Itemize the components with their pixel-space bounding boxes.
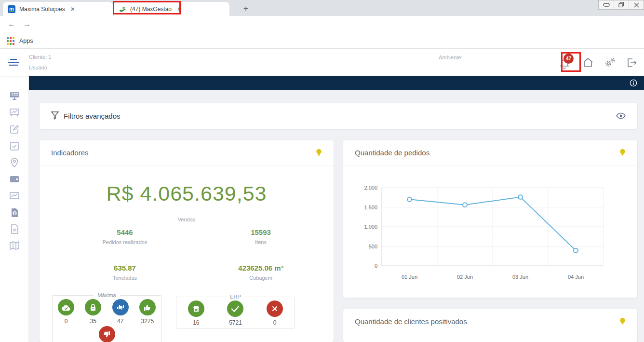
logout-icon[interactable]	[626, 57, 637, 68]
indicadores-card: Indicadores R$ 4.065.639,53 Vendas 5446 …	[40, 140, 334, 342]
maxima-thumbs-stat: 47	[109, 299, 132, 325]
positivados-header: Quantidade de clientes positivados	[343, 309, 637, 334]
svg-text:1.000: 1.000	[364, 224, 377, 230]
stat-count: 3275	[141, 318, 154, 325]
nav-panel-icon[interactable]	[9, 91, 20, 101]
positivados-title: Quantidade de clientes positivados	[355, 317, 619, 326]
x-icon	[267, 301, 283, 317]
stat-count: 5721	[229, 319, 242, 326]
tab-close-icon[interactable]: ✕	[175, 6, 183, 13]
svg-text:1.500: 1.500	[364, 205, 377, 210]
forward-icon[interactable]: →	[23, 20, 31, 28]
nav-map-icon[interactable]	[9, 240, 20, 251]
lightbulb-icon[interactable]	[316, 149, 322, 157]
svg-text:02 Jun: 02 Jun	[457, 274, 473, 280]
erp-legend: ERP	[226, 294, 245, 300]
clientes-positivados-card: Quantidade de clientes positivados	[343, 309, 637, 342]
svg-text:500: 500	[369, 244, 377, 249]
stat-count: 0	[65, 318, 68, 325]
browser-toolbar: ← → maxgestao.solucoesmaxima.com.br/#/pa…	[0, 16, 644, 33]
tab-title: Maxima Soluções	[19, 6, 65, 13]
apps-grid-icon[interactable]	[7, 37, 14, 45]
erp-check-stat: 5721	[224, 301, 247, 326]
indicadores-header: Indicadores	[40, 140, 334, 165]
lightbulb-icon[interactable]	[619, 317, 626, 326]
indicadores-title: Indicadores	[51, 149, 316, 157]
browser-tab-strip: m Maxima Soluções ✕ (47) MaxGestão ✕ +	[0, 0, 644, 16]
nav-edit-icon[interactable]	[9, 124, 20, 135]
app-header	[0, 49, 644, 76]
vendas-label: Vendas	[40, 217, 334, 222]
nav-presentation-icon[interactable]	[9, 107, 20, 118]
vendas-total: R$ 4.065.639,53	[40, 182, 334, 205]
svg-text:01 Jun: 01 Jun	[402, 274, 417, 280]
nav-checkbox-icon[interactable]	[9, 141, 20, 151]
maxima-cloud-stat: 0	[54, 299, 78, 325]
lightbulb-icon[interactable]	[619, 149, 626, 157]
eye-icon[interactable]	[616, 112, 626, 119]
stat-value: 15593	[208, 228, 314, 236]
thumb-up-icon	[139, 299, 156, 315]
stat-count: 35	[90, 318, 96, 325]
settings-gears-icon[interactable]	[604, 57, 616, 68]
maxima-thumb-up-stat: 3275	[136, 299, 159, 325]
restore-button[interactable]	[614, 0, 629, 9]
menu-toggle-icon[interactable]	[8, 59, 19, 68]
nav-map-pin-icon[interactable]	[9, 157, 20, 168]
ambiente-label: Ambiente:	[439, 55, 463, 60]
new-tab-button[interactable]: +	[240, 3, 252, 14]
left-nav-sidebar: $	[0, 76, 29, 342]
nav-wallet-icon[interactable]	[9, 174, 20, 184]
nav-document-icon[interactable]	[9, 224, 20, 234]
stat-pedidos-realizados: 5446 Pedidos realizados	[72, 228, 178, 245]
svg-text:03 Jun: 03 Jun	[512, 274, 528, 280]
svg-text:$: $	[13, 211, 16, 216]
notification-badge: 47	[564, 54, 574, 64]
erp-error-stat: 0	[263, 301, 286, 326]
check-icon	[227, 301, 243, 317]
usuario-label: Usuário:	[29, 65, 49, 70]
thumb-down-icon	[99, 326, 115, 342]
cloud-check-icon	[58, 299, 74, 315]
stat-count: 16	[193, 319, 199, 326]
maxima-legend: Máxima	[94, 292, 120, 298]
filters-title: Filtros avançados	[64, 112, 616, 120]
stat-label: Itens	[208, 239, 314, 245]
stat-value: 5446	[72, 228, 178, 236]
home-icon[interactable]	[582, 57, 594, 68]
stat-cubagem: 423625.06 m³ Cubagem	[208, 264, 314, 281]
tab-close-icon[interactable]: ✕	[69, 6, 77, 13]
stat-label: Toneladas	[72, 275, 178, 281]
stat-count: 0	[273, 319, 277, 326]
nav-chart-icon[interactable]	[9, 191, 20, 201]
cliente-label: Cliente: 1	[29, 54, 51, 60]
svg-text:2.000: 2.000	[364, 185, 377, 191]
stat-itens: 15593 Itens	[208, 228, 314, 245]
lock-icon	[85, 299, 101, 315]
advanced-filters-panel[interactable]: Filtros avançados	[40, 103, 637, 129]
maxima-thumb-down-stat	[95, 326, 119, 342]
stat-label: Cubagem	[208, 275, 314, 281]
stat-toneladas: 635.87 Toneladas	[72, 264, 178, 281]
apps-bookmark[interactable]: Apps	[19, 38, 33, 44]
close-button[interactable]	[629, 0, 644, 9]
maxgestao-favicon	[119, 5, 126, 13]
maxima-lock-stat: 35	[81, 299, 105, 325]
pedidos-title: Quantidade de pedidos	[355, 149, 619, 157]
maxima-status-group: Máxima 0 35 4	[52, 292, 161, 342]
erp-status-group: ERP 16 5721 0	[176, 294, 295, 328]
filter-funnel-icon	[51, 111, 59, 120]
pedidos-line-chart: 05001.0001.5002.00001 Jun02 Jun03 Jun04 …	[354, 184, 629, 285]
info-icon[interactable]	[630, 79, 637, 87]
back-icon[interactable]: ←	[8, 20, 15, 28]
notifications-button[interactable]: 47	[559, 55, 573, 70]
maxima-favicon: m	[8, 5, 15, 13]
tab-maxgestao[interactable]: (47) MaxGestão ✕	[114, 2, 229, 16]
stat-value: 423625.06 m³	[208, 264, 314, 272]
bookmarks-bar: Apps	[0, 33, 644, 49]
tab-maxima-solucoes[interactable]: m Maxima Soluções ✕	[3, 2, 113, 16]
page-title-bar	[29, 76, 644, 90]
nav-invoice-icon[interactable]: $	[9, 207, 20, 218]
erp-store-stat: 16	[185, 301, 208, 326]
minimize-button[interactable]	[599, 0, 614, 9]
